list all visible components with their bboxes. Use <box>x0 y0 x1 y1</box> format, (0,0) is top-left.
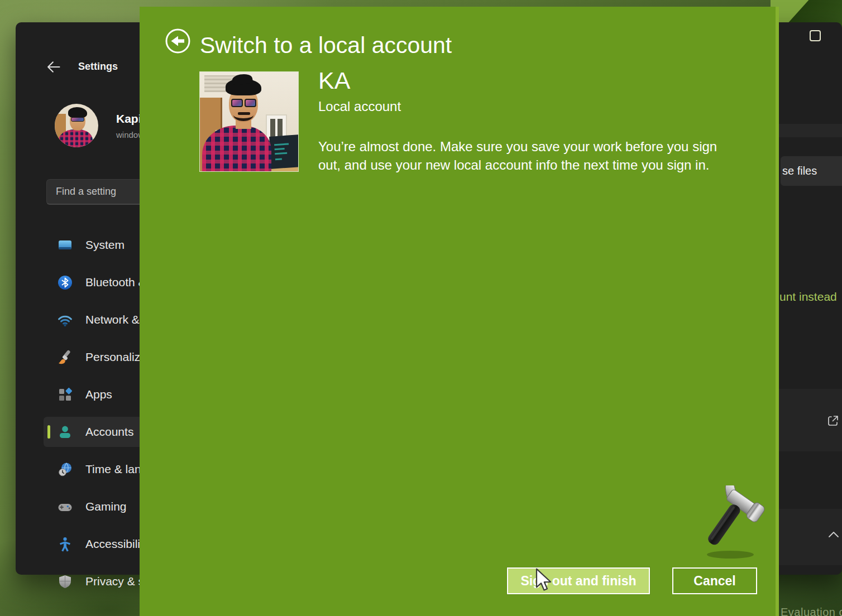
accounts-icon <box>58 425 73 440</box>
shield-icon <box>58 574 73 589</box>
browse-files-button[interactable]: se files <box>781 156 842 186</box>
system-icon <box>58 238 73 253</box>
dialog-title: Switch to a local account <box>200 32 452 59</box>
hammer-icon <box>698 485 776 564</box>
account-name: KA <box>318 67 350 94</box>
evaluation-watermark: Evaluation c <box>781 606 842 616</box>
sign-in-microsoft-link[interactable]: unt instead <box>779 290 837 304</box>
back-circle-icon <box>165 28 191 54</box>
back-arrow-icon <box>46 59 63 75</box>
external-link-icon <box>826 414 840 427</box>
bluetooth-icon <box>58 275 73 290</box>
content-row-expander[interactable] <box>779 509 842 565</box>
content-row-external[interactable] <box>779 389 842 451</box>
cancel-button[interactable]: Cancel <box>672 567 757 594</box>
app-title: Settings <box>78 61 118 73</box>
desktop: Evaluation c Settings Kapil A windows <box>0 0 842 616</box>
account-photo <box>200 72 298 171</box>
maximize-icon[interactable] <box>810 30 821 41</box>
switch-local-account-dialog: Switch to a local account <box>140 7 779 616</box>
accessibility-icon <box>58 537 73 552</box>
dialog-message: You’re almost done. Make sure you save y… <box>318 137 738 174</box>
gamepad-icon <box>58 499 73 514</box>
globe-clock-icon <box>58 462 73 477</box>
account-type: Local account <box>318 99 401 114</box>
brush-icon <box>58 350 73 365</box>
avatar <box>55 104 98 147</box>
dialog-back-button[interactable] <box>165 28 191 54</box>
sign-out-finish-button[interactable]: Sign out and finish <box>507 567 650 594</box>
chevron-up-icon <box>826 527 841 542</box>
apps-icon <box>58 387 73 402</box>
wifi-icon <box>58 312 73 328</box>
settings-back-button[interactable] <box>46 59 63 76</box>
mouse-cursor <box>535 568 555 593</box>
content-row-edge <box>779 124 842 137</box>
